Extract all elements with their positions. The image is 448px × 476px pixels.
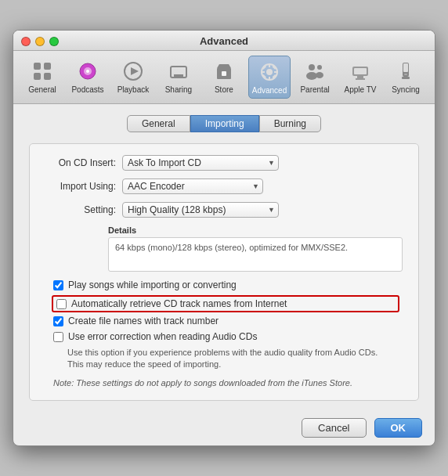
svg-rect-0 [34,63,41,70]
error-correction-label: Use error correction when reading Audio … [68,331,257,342]
toolbar-item-podcasts[interactable]: Podcasts [67,56,109,99]
retrieve-cd-row: Automatically retrieve CD track names fr… [55,298,396,309]
toolbar: General Podcasts Playback [13,51,435,104]
retrieve-cd-highlight: Automatically retrieve CD track names fr… [52,295,399,312]
maximize-button[interactable] [49,37,59,46]
toolbar-item-store[interactable]: Store [203,56,245,99]
svg-rect-30 [356,78,365,80]
svg-point-15 [266,69,273,75]
parental-icon [302,59,327,84]
toolbar-item-advanced[interactable]: Advanced [248,56,291,99]
playback-label: Playback [117,85,150,94]
advanced-window: Advanced General [13,30,435,446]
toolbar-item-sharing[interactable]: Sharing [157,56,200,99]
store-icon [211,59,237,84]
svg-rect-34 [404,74,407,75]
titlebar: Advanced [13,31,435,51]
advanced-icon [257,60,282,85]
ok-button[interactable]: OK [374,418,423,438]
apple-tv-icon [348,59,373,84]
syncing-label: Syncing [392,85,420,94]
svg-rect-11 [172,77,185,78]
toolbar-item-apple-tv[interactable]: Apple TV [339,56,381,99]
parental-label: Parental [300,85,329,94]
svg-point-24 [309,64,315,70]
svg-rect-16 [269,63,270,67]
details-box: 64 kbps (mono)/128 kbps (stereo), optimi… [108,237,403,272]
details-label: Details [108,225,403,235]
details-text: 64 kbps (mono)/128 kbps (stereo), optimi… [115,243,348,252]
toolbar-item-syncing[interactable]: Syncing [385,56,427,99]
svg-point-25 [317,65,322,70]
podcasts-label: Podcasts [71,85,103,94]
tab-importing[interactable]: Importing [190,115,259,132]
svg-marker-8 [131,67,139,75]
sharing-label: Sharing [165,85,192,94]
toolbar-item-parental[interactable]: Parental [294,56,336,99]
close-button[interactable] [21,37,31,46]
window-title: Advanced [200,35,248,47]
toolbar-item-playback[interactable]: Playback [112,56,154,99]
svg-rect-29 [357,76,363,78]
svg-point-27 [316,72,323,78]
svg-rect-18 [261,71,265,73]
create-filenames-row: Create file names with track number [45,316,403,326]
on-cd-insert-row: On CD Insert: Ask To Import CD [45,155,403,171]
setting-label: Setting: [45,204,116,215]
svg-point-26 [306,72,317,80]
playback-icon [121,59,146,84]
svg-rect-17 [269,77,270,81]
svg-rect-10 [174,74,183,77]
create-filenames-checkbox[interactable] [53,316,63,326]
svg-rect-35 [402,77,410,79]
minimize-button[interactable] [35,37,45,46]
play-songs-row: Play songs while importing or converting [45,279,403,290]
button-row: Cancel OK [13,409,435,445]
error-correction-row: Use error correction when reading Audio … [45,331,403,342]
setting-row: Setting: High Quality (128 kbps) [45,202,403,218]
on-cd-insert-label: On CD Insert: [45,157,116,168]
import-using-label: Import Using: [45,181,116,192]
error-correction-checkbox[interactable] [53,332,63,342]
tabs: General Importing Burning [29,115,419,132]
syncing-icon [393,59,418,84]
form-area: On CD Insert: Ask To Import CD Import Us… [29,143,419,401]
content-area: General Importing Burning On CD Insert: … [13,104,435,409]
retrieve-cd-label: Automatically retrieve CD track names fr… [71,298,287,309]
on-cd-insert-select-wrap: Ask To Import CD [122,155,279,171]
svg-rect-3 [44,73,51,80]
apple-tv-label: Apple TV [345,85,377,94]
store-note: Note: These settings do not apply to son… [45,377,403,389]
svg-rect-19 [274,71,278,73]
window-controls [21,37,59,46]
svg-rect-1 [44,63,51,70]
tab-burning[interactable]: Burning [259,115,321,132]
tab-general[interactable]: General [127,115,190,132]
svg-point-6 [86,70,89,73]
advanced-label: Advanced [252,86,287,95]
play-songs-checkbox[interactable] [53,280,63,290]
toolbar-item-general[interactable]: General [21,56,63,99]
general-label: General [28,85,56,94]
retrieve-cd-checkbox[interactable] [56,299,67,309]
import-using-row: Import Using: AAC Encoder [45,178,403,194]
import-using-select[interactable]: AAC Encoder [122,178,263,194]
error-correction-note: Use this option if you experience proble… [45,347,403,371]
on-cd-insert-select[interactable]: Ask To Import CD [122,155,279,171]
svg-rect-2 [34,73,41,80]
play-songs-label: Play songs while importing or converting [68,279,237,290]
create-filenames-label: Create file names with track number [68,316,219,326]
setting-select-wrap: High Quality (128 kbps) [122,202,279,218]
general-icon [30,59,55,84]
svg-rect-13 [222,71,226,76]
cancel-button[interactable]: Cancel [302,418,366,438]
import-using-select-wrap: AAC Encoder [122,178,263,194]
svg-rect-33 [403,63,408,72]
svg-rect-31 [354,68,367,74]
store-label: Store [215,85,233,94]
sharing-icon [166,59,191,84]
podcasts-icon [75,59,100,84]
setting-select[interactable]: High Quality (128 kbps) [122,202,279,218]
